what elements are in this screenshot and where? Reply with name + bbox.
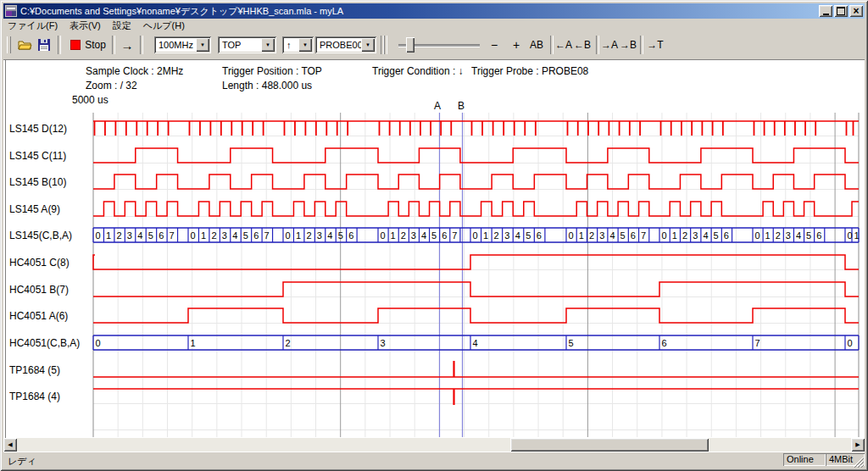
menu-settings[interactable]: 設定	[108, 19, 139, 30]
save-disk-icon	[38, 39, 50, 51]
left-b-label: ←B	[574, 39, 591, 51]
run-button[interactable]: →	[117, 36, 137, 54]
channel-label[interactable]: LS145 A(9)	[9, 203, 60, 215]
dropdown-arrow-icon[interactable]: ▼	[298, 38, 312, 52]
stop-icon	[70, 40, 81, 50]
menu-bar: ファイル(F) 表示(V) 設定 ヘルプ(H)	[3, 19, 865, 30]
scroll-right-icon: ▶	[855, 441, 860, 448]
goto-cursor-a-left-button[interactable]: ←A	[554, 36, 573, 54]
channel-label[interactable]: TP1684 (5)	[9, 364, 60, 376]
channel-label[interactable]: TP1684 (4)	[9, 391, 60, 402]
channel-label[interactable]: LS145(C,B,A)	[9, 230, 72, 241]
right-t-label: →T	[647, 39, 663, 51]
channel-label[interactable]: LS145 B(10)	[9, 176, 66, 188]
toolbar-separator	[596, 36, 599, 54]
dropdown-arrow-icon[interactable]: ▼	[361, 38, 375, 52]
save-button[interactable]	[35, 36, 53, 54]
minimize-button[interactable]	[819, 5, 832, 17]
run-arrow-icon: →	[121, 38, 134, 53]
channel-label[interactable]: HC4051 A(6)	[9, 310, 68, 322]
trigger-probe-info: Trigger Probe : PROBE08	[471, 65, 588, 77]
left-groove	[5, 60, 8, 438]
status-online-badge: Online	[783, 453, 826, 466]
scrollbar-thumb[interactable]	[510, 438, 709, 452]
toolbar-separator	[640, 36, 643, 54]
channel-label[interactable]: HC4051 B(7)	[9, 284, 69, 296]
status-bar: レディ Online 4MBit	[3, 452, 865, 468]
scroll-left-button[interactable]: ◀	[3, 438, 17, 452]
maximize-button[interactable]	[834, 5, 848, 17]
stop-label: Stop	[85, 39, 106, 51]
left-a-label: ←A	[555, 39, 572, 51]
close-button[interactable]: ×	[849, 5, 863, 17]
zoom-info: Zoom : / 32	[86, 80, 137, 91]
goto-trigger-button[interactable]: →T	[646, 36, 665, 54]
cursor-b-label[interactable]: B	[458, 100, 465, 112]
toolbar-separator	[112, 36, 115, 54]
channel-label[interactable]: LS145 C(11)	[9, 150, 66, 162]
open-file-button[interactable]	[15, 36, 34, 54]
open-folder-icon	[18, 39, 32, 51]
scroll-right-button[interactable]: ▶	[851, 438, 865, 452]
toolbar-separator	[384, 36, 387, 54]
plus-icon: +	[513, 38, 520, 52]
right-b-label: →B	[620, 39, 637, 51]
goto-cursor-b-left-button[interactable]: ←B	[573, 36, 592, 54]
trigger-position-value: TOP	[218, 40, 261, 50]
resize-grip[interactable]	[853, 457, 864, 468]
menu-view[interactable]: 表示(V)	[65, 19, 108, 30]
menu-file[interactable]: ファイル(F)	[3, 19, 65, 30]
cursor-a-label[interactable]: A	[434, 100, 441, 112]
dropdown-arrow-icon[interactable]: ▼	[261, 38, 275, 52]
trigger-position-combo[interactable]: TOP ▼	[218, 36, 276, 53]
length-info: Length : 488.000 us	[222, 80, 312, 91]
scroll-left-icon: ◀	[8, 441, 12, 448]
toolbar-separator	[58, 36, 61, 54]
app-window: C:¥Documents and Settings¥noname¥デスクトップ¥…	[0, 0, 868, 471]
app-icon	[5, 5, 17, 17]
minus-icon: −	[491, 38, 498, 52]
probe-value: PROBE00	[315, 40, 361, 50]
channel-label[interactable]: HC4051 C(8)	[9, 257, 70, 269]
sample-clock-info: Sample Clock : 2MHz	[86, 65, 183, 77]
sample-clock-value: 100MHz	[154, 40, 196, 50]
toolbar: Stop → 100MHz ▼ TOP ▼ ↑ ▼ PROBE00 ▼ − + …	[3, 30, 865, 60]
timebase-label: 5000 us	[72, 94, 108, 106]
toolbar-grip	[7, 36, 11, 53]
trigger-position-info: Trigger Position : TOP	[222, 65, 322, 77]
window-title: C:¥Documents and Settings¥noname¥デスクトップ¥…	[20, 5, 817, 18]
trigger-condition-info: Trigger Condition : ↓	[372, 65, 464, 77]
ab-label: AB	[530, 39, 543, 51]
toolbar-separator	[550, 36, 554, 54]
toolbar-separator	[140, 36, 143, 54]
minimize-icon	[823, 14, 829, 15]
channel-label[interactable]: LS145 D(12)	[9, 123, 67, 135]
waveform-client-area: Sample Clock : 2MHz Trigger Position : T…	[3, 59, 865, 438]
right-a-label: →A	[601, 39, 618, 51]
title-bar: C:¥Documents and Settings¥noname¥デスクトップ¥…	[3, 3, 865, 19]
dropdown-arrow-icon[interactable]: ▼	[196, 38, 209, 52]
menu-help[interactable]: ヘルプ(H)	[139, 19, 192, 30]
probe-combo[interactable]: PROBE00 ▼	[315, 36, 376, 53]
sample-clock-combo[interactable]: 100MHz ▼	[154, 36, 211, 53]
status-ready-text: レディ	[8, 455, 36, 468]
zoom-in-button[interactable]: +	[509, 36, 524, 54]
horizontal-scrollbar[interactable]: ◀ ▶	[3, 438, 865, 452]
trigger-edge-value: ↑	[282, 40, 298, 50]
ab-range-button[interactable]: AB	[526, 36, 547, 54]
trigger-edge-combo[interactable]: ↑ ▼	[282, 36, 314, 53]
close-icon: ×	[853, 6, 859, 16]
stop-button[interactable]: Stop	[66, 36, 110, 54]
zoom-slider-thumb[interactable]	[406, 37, 415, 53]
goto-cursor-b-right-button[interactable]: →B	[619, 36, 637, 54]
zoom-out-button[interactable]: −	[487, 36, 502, 54]
maximize-icon	[837, 7, 845, 15]
channel-label[interactable]: HC4051(C,B,A)	[9, 337, 80, 349]
goto-cursor-a-right-button[interactable]: →A	[600, 36, 619, 54]
